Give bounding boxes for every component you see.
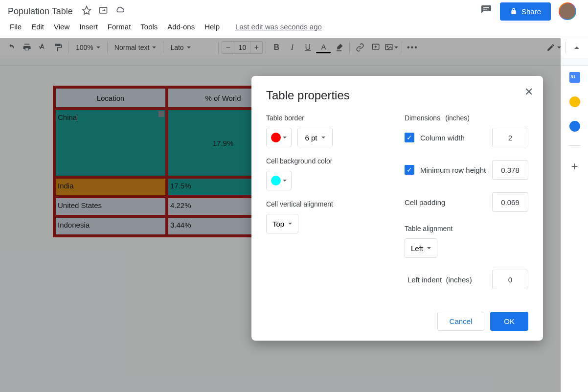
chevron-down-icon [288,223,292,225]
column-width-checkbox[interactable]: ✓ [405,133,414,142]
dialog-title: Table properties [266,89,528,102]
cell-padding-input[interactable] [492,192,528,212]
share-label: Share [521,7,541,16]
row-height-checkbox[interactable]: ✓ [405,165,414,175]
cancel-button[interactable]: Cancel [437,312,485,331]
chevron-down-icon [321,137,325,138]
menu-file[interactable]: File [6,21,25,33]
ok-button[interactable]: OK [490,312,528,331]
table-properties-dialog: Table properties ✕ Table border 6 pt Cel… [251,76,543,341]
hide-menus-icon[interactable] [569,40,584,55]
comment-history-icon[interactable] [480,4,492,18]
table-border-label: Table border [266,114,390,122]
side-panel: + [561,66,588,392]
menu-edit[interactable]: Edit [27,21,48,33]
menu-help[interactable]: Help [201,21,224,33]
menu-insert[interactable]: Insert [75,21,102,33]
row-height-label: Minimum row height [420,166,486,174]
move-icon[interactable] [98,5,108,17]
chevron-down-icon [283,137,287,138]
table-alignment-dropdown[interactable]: Left [405,238,437,258]
close-icon[interactable]: ✕ [524,86,533,98]
svg-rect-2 [483,9,487,10]
left-indent-label: Left indent (inches) [407,276,486,284]
lock-icon [510,7,518,15]
column-width-input[interactable] [492,128,528,147]
chevron-down-icon [427,247,431,249]
star-icon[interactable] [82,5,91,17]
vertical-alignment-label: Cell vertical alignment [266,200,390,208]
cell-background-label: Cell background color [266,157,390,165]
account-avatar[interactable] [559,2,576,20]
menu-bar: File Edit View Insert Format Tools Add-o… [0,19,588,37]
cloud-icon[interactable] [115,5,125,17]
table-alignment-label: Table alignment [405,225,528,232]
vertical-alignment-dropdown[interactable]: Top [266,214,298,233]
share-button[interactable]: Share [500,2,551,21]
cell-bgcolor-picker[interactable] [266,171,292,190]
menu-format[interactable]: Format [104,21,135,33]
border-color-picker[interactable] [266,128,292,147]
row-height-input[interactable] [492,160,528,180]
left-indent-input[interactable] [492,270,528,289]
cell-padding-label: Cell padding [405,198,486,207]
calendar-icon[interactable] [569,72,580,83]
title-bar: Population Table Share [0,0,588,19]
add-addon-icon[interactable]: + [571,160,578,173]
svg-rect-1 [483,7,489,8]
last-edit-link[interactable]: Last edit was seconds ago [235,23,322,31]
chevron-down-icon [283,180,287,182]
column-width-label: Column width [420,134,486,142]
menu-tools[interactable]: Tools [136,21,161,33]
menu-addons[interactable]: Add-ons [163,21,199,33]
border-width-dropdown[interactable]: 6 pt [297,128,333,147]
menu-view[interactable]: View [50,21,73,33]
tasks-icon[interactable] [569,121,580,132]
keep-icon[interactable] [569,96,580,107]
color-swatch [271,176,281,185]
color-swatch [271,133,281,142]
document-title[interactable]: Population Table [6,5,75,18]
dimensions-label: Dimensions (inches) [405,114,528,122]
